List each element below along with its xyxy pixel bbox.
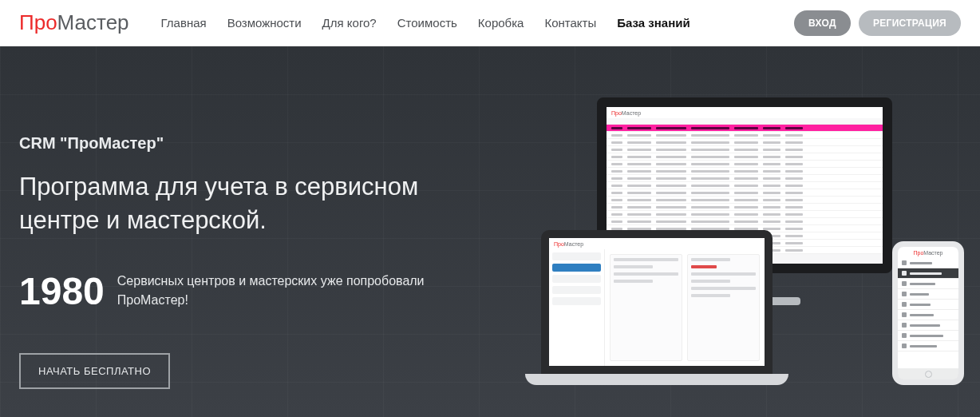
site-header: ПроМастер Главная Возможности Для кого? … xyxy=(0,0,980,46)
phone-menu-item xyxy=(898,300,958,310)
table-row xyxy=(607,197,883,204)
hero-title: Программа для учета в сервисном центре и… xyxy=(19,170,425,237)
phone-header: ПроМастер xyxy=(898,247,958,258)
table-row xyxy=(607,182,883,189)
home-button-icon xyxy=(925,371,932,378)
laptop-sidebar xyxy=(549,249,605,366)
nav-home[interactable]: Главная xyxy=(161,16,207,30)
table-row xyxy=(607,146,883,153)
hero-stats-line1: Сервисных центров и мастерских уже попро… xyxy=(117,274,425,288)
table-row xyxy=(607,175,883,182)
phone-menu-item xyxy=(898,258,958,268)
nav-features[interactable]: Возможности xyxy=(227,16,302,30)
register-button[interactable]: РЕГИСТРАЦИЯ xyxy=(859,10,961,36)
table-row xyxy=(607,218,883,225)
primary-nav: Главная Возможности Для кого? Стоимость … xyxy=(161,16,795,30)
phone-menu-item xyxy=(898,320,958,331)
app-logo: ПроМастер xyxy=(611,110,641,116)
laptop-main xyxy=(605,249,765,366)
hero-stats-text: Сервисных центров и мастерских уже попро… xyxy=(117,272,425,310)
laptop-mockup: ПроМастер xyxy=(525,230,788,385)
table-row xyxy=(607,139,883,146)
table-row xyxy=(607,161,883,168)
table-row xyxy=(607,189,883,197)
phone-menu-item xyxy=(898,289,958,300)
phone-menu-item xyxy=(898,331,958,341)
devices-illustration: ПроМастер xyxy=(525,97,972,401)
hero-title-line1: Программа для учета в сервисном xyxy=(19,173,418,201)
phone-menu xyxy=(898,258,958,368)
auth-actions: ВХОД РЕГИСТРАЦИЯ xyxy=(794,10,961,36)
app-logo: ПроМастер xyxy=(913,250,942,256)
nav-for-whom[interactable]: Для кого? xyxy=(322,16,377,30)
nav-knowledge-base[interactable]: База знаний xyxy=(617,16,690,30)
hero-title-line2: центре и мастерской. xyxy=(19,206,267,234)
phone-menu-item xyxy=(898,310,958,320)
phone-mockup: ПроМастер xyxy=(892,241,964,385)
laptop-screen: ПроМастер xyxy=(541,230,773,374)
phone-menu-item xyxy=(898,279,958,289)
hero-stats: 1980 Сервисных центров и мастерских уже … xyxy=(19,269,425,313)
phone-menu-item xyxy=(898,268,958,279)
app-logo: ПроМастер xyxy=(554,241,583,247)
login-button[interactable]: ВХОД xyxy=(794,10,851,36)
site-logo[interactable]: ПроМастер xyxy=(19,10,129,35)
table-row xyxy=(607,153,883,161)
table-row xyxy=(607,125,883,132)
hero-eyebrow: CRM "ПроМастер" xyxy=(19,134,425,153)
logo-part-pro: Про xyxy=(19,10,57,34)
hero-section: CRM "ПроМастер" Программа для учета в се… xyxy=(0,46,980,417)
app-header: ПроМастер xyxy=(607,107,883,118)
hero-number: 1980 xyxy=(19,269,105,313)
nav-contacts[interactable]: Контакты xyxy=(544,16,596,30)
logo-part-master: Мастер xyxy=(57,10,129,34)
nav-pricing[interactable]: Стоимость xyxy=(397,16,457,30)
phone-menu-item xyxy=(898,341,958,351)
hero-content: CRM "ПроМастер" Программа для учета в се… xyxy=(19,134,425,389)
app-header: ПроМастер xyxy=(549,238,765,249)
start-free-button[interactable]: НАЧАТЬ БЕСПЛАТНО xyxy=(19,353,170,389)
table-row xyxy=(607,211,883,218)
table-row xyxy=(607,168,883,175)
hero-stats-line2: ПроМастер! xyxy=(117,293,188,307)
nav-box[interactable]: Коробка xyxy=(478,16,524,30)
table-row xyxy=(607,204,883,211)
table-row xyxy=(607,132,883,139)
